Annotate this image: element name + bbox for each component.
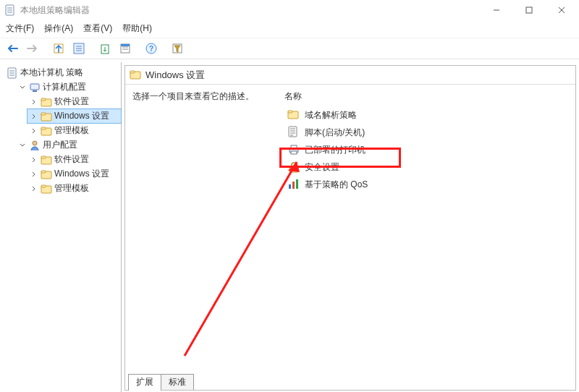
- folder-icon: [41, 96, 52, 108]
- tree-pane: 本地计算机 策略 计算机配置: [0, 62, 122, 392]
- tree-user-software[interactable]: 软件设置: [28, 153, 121, 166]
- user-icon: [29, 140, 41, 151]
- list-item-printers[interactable]: 已部署的打印机: [284, 142, 568, 158]
- window-title: 本地组策略编辑器: [20, 4, 480, 17]
- tree-computer-config[interactable]: 计算机配置: [16, 80, 121, 94]
- expand-icon[interactable]: [30, 170, 38, 179]
- tree-user-config[interactable]: 用户配置: [16, 138, 121, 152]
- folder-icon: [41, 154, 52, 166]
- folder-icon: [41, 169, 52, 180]
- list-item-dns[interactable]: 域名解析策略: [284, 107, 568, 123]
- panel-title: Windows 设置: [145, 69, 205, 82]
- folder-icon: [287, 108, 300, 122]
- item-label: 安全设置: [305, 161, 339, 174]
- tabstrip: 扩展 标准: [125, 372, 575, 390]
- folder-icon: [41, 125, 52, 137]
- close-button[interactable]: [545, 0, 578, 20]
- help-button[interactable]: [143, 40, 160, 57]
- expand-icon[interactable]: [30, 184, 38, 193]
- maximize-button[interactable]: [512, 0, 545, 20]
- minimize-button[interactable]: [480, 0, 512, 20]
- tree-user-templates[interactable]: 管理模板: [28, 182, 121, 195]
- expand-icon[interactable]: [18, 141, 27, 150]
- svg-rect-24: [526, 7, 532, 13]
- item-label: 域名解析策略: [305, 109, 357, 122]
- expand-icon[interactable]: [30, 155, 38, 164]
- folder-icon: [130, 69, 141, 81]
- back-button[interactable]: [4, 40, 21, 57]
- menu-view[interactable]: 查看(V): [83, 22, 112, 35]
- tree-comp-templates[interactable]: 管理模板: [28, 124, 121, 137]
- item-label: 基于策略的 QoS: [305, 179, 368, 191]
- folder-icon: [41, 183, 52, 195]
- folder-icon: [41, 111, 52, 122]
- qos-icon: [287, 178, 300, 191]
- expand-icon[interactable]: [18, 83, 27, 92]
- list-item-qos[interactable]: 基于策略的 QoS: [284, 176, 568, 192]
- right-pane: Windows 设置 选择一个项目来查看它的描述。 名称 域名解析策略: [122, 62, 579, 392]
- show-hide-tree-button[interactable]: [70, 40, 88, 57]
- lock-icon: [287, 161, 300, 174]
- tab-extended[interactable]: 扩展: [128, 374, 161, 391]
- forward-button[interactable]: [24, 40, 41, 57]
- list-item-scripts[interactable]: 脚本(启动/关机): [284, 124, 568, 140]
- computer-icon: [29, 82, 41, 93]
- properties-button[interactable]: [117, 40, 134, 57]
- titlebar: 本地组策略编辑器: [0, 0, 579, 20]
- printer-icon: [287, 143, 300, 156]
- item-label: 已部署的打印机: [305, 144, 365, 156]
- tree-root[interactable]: 本地计算机 策略: [4, 66, 121, 80]
- content-split: 本地计算机 策略 计算机配置: [0, 62, 579, 392]
- tree-comp-software[interactable]: 软件设置: [28, 95, 121, 108]
- menubar: 文件(F) 操作(A) 查看(V) 帮助(H): [0, 20, 579, 38]
- expand-icon[interactable]: [30, 98, 38, 106]
- column-header-name[interactable]: 名称: [284, 90, 568, 103]
- filter-button[interactable]: [169, 40, 186, 57]
- tree-user-windows[interactable]: Windows 设置: [28, 167, 121, 181]
- up-button[interactable]: [50, 40, 67, 57]
- item-label: 脚本(启动/关机): [305, 127, 365, 139]
- doc-icon: [7, 67, 18, 79]
- list-item-security[interactable]: 安全设置: [284, 159, 568, 175]
- menu-help[interactable]: 帮助(H): [122, 22, 152, 35]
- expand-icon[interactable]: [30, 112, 38, 121]
- export-list-button[interactable]: [96, 40, 114, 57]
- toolbar: [0, 38, 579, 59]
- app-icon: [4, 4, 16, 16]
- menu-file[interactable]: 文件(F): [6, 22, 34, 35]
- tree-comp-windows[interactable]: Windows 设置: [28, 109, 121, 123]
- menu-action[interactable]: 操作(A): [44, 22, 73, 35]
- panel-heading: Windows 设置: [125, 66, 575, 85]
- description-prompt: 选择一个项目来查看它的描述。: [132, 90, 270, 103]
- expand-icon[interactable]: [30, 127, 38, 135]
- tab-standard[interactable]: 标准: [161, 374, 194, 390]
- script-icon: [287, 126, 300, 139]
